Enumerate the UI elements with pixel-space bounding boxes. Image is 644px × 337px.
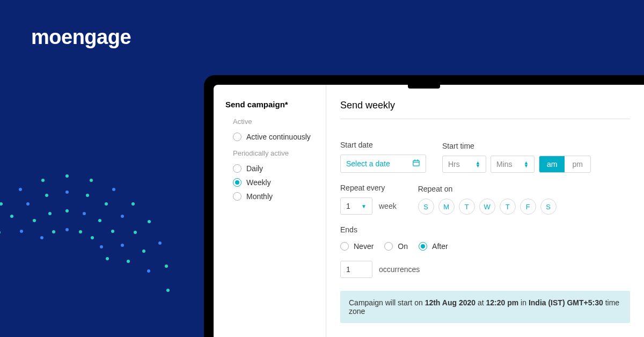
repeat-value: 1: [346, 202, 350, 210]
svg-point-32: [33, 219, 36, 222]
repeat-unit: week: [379, 202, 397, 210]
repeat-every-select[interactable]: 1 ▼: [340, 197, 372, 215]
svg-point-39: [52, 230, 55, 233]
ampm-toggle[interactable]: am pm: [539, 156, 591, 173]
radio-icon: [233, 164, 241, 173]
day-mon[interactable]: M: [438, 199, 455, 215]
svg-point-0: [65, 174, 69, 178]
occurrences-value: 1: [346, 265, 350, 274]
radio-icon: [419, 242, 427, 251]
radio-monthly[interactable]: Monthly: [225, 189, 316, 203]
occurrences-label: occurrences: [379, 265, 420, 274]
radio-icon: [233, 133, 241, 141]
svg-point-35: [79, 230, 82, 233]
start-time-label: Start time: [442, 142, 591, 150]
svg-point-28: [111, 230, 114, 233]
svg-point-25: [65, 209, 69, 213]
brand-logo: moengage: [31, 26, 131, 49]
summary-banner: Campaign will start on 12th Aug 2020 at …: [340, 291, 630, 323]
radio-icon: [340, 242, 349, 251]
svg-point-36: [91, 236, 94, 239]
svg-point-24: [0, 231, 1, 234]
svg-rect-41: [413, 160, 419, 166]
svg-point-2: [112, 188, 115, 191]
svg-point-29: [121, 244, 124, 247]
svg-point-1: [90, 179, 93, 182]
day-tue[interactable]: T: [459, 199, 475, 215]
svg-point-38: [106, 257, 109, 260]
minutes-spinner[interactable]: ▲▼: [524, 161, 529, 167]
ends-label: Ends: [340, 225, 630, 234]
svg-point-16: [105, 202, 108, 206]
svg-point-4: [148, 220, 151, 223]
svg-point-27: [98, 219, 101, 222]
am-option[interactable]: am: [539, 156, 565, 172]
day-sat[interactable]: S: [540, 199, 557, 215]
radio-label: Daily: [246, 164, 263, 173]
occurrences-input[interactable]: 1: [340, 261, 372, 278]
svg-point-30: [127, 260, 130, 263]
svg-point-26: [83, 212, 86, 215]
sidebar-title: Send campaign*: [225, 100, 316, 109]
chevron-down-icon: ▼: [361, 203, 367, 209]
start-date-label: Start date: [340, 141, 426, 149]
svg-point-21: [45, 194, 48, 197]
start-date-input[interactable]: Select a date: [340, 155, 426, 173]
radio-label: Monthly: [246, 192, 273, 201]
minutes-input[interactable]: Mins ▲▼: [491, 156, 535, 173]
svg-point-8: [41, 179, 45, 182]
radio-label: On: [398, 242, 408, 251]
day-picker: S M T W T F S: [418, 199, 557, 215]
svg-point-9: [19, 188, 22, 191]
svg-point-23: [10, 215, 13, 218]
repeat-on-label: Repeat on: [418, 185, 557, 193]
panel-title: Send weekly: [340, 100, 630, 119]
banner-date: 12th Aug 2020: [425, 298, 475, 307]
svg-point-5: [158, 241, 162, 245]
hours-spinner[interactable]: ▲▼: [475, 161, 480, 167]
day-wed[interactable]: W: [479, 199, 495, 215]
minutes-placeholder: Mins: [496, 160, 513, 169]
radio-ends-never[interactable]: Never: [340, 239, 374, 253]
radio-active-continuously[interactable]: Active continuously: [225, 130, 316, 144]
banner-text: in: [518, 298, 529, 307]
svg-point-18: [134, 231, 137, 234]
radio-icon: [384, 242, 393, 251]
radio-weekly[interactable]: Weekly: [225, 175, 316, 189]
radio-ends-after[interactable]: After: [419, 239, 448, 253]
svg-point-33: [20, 230, 23, 233]
svg-point-22: [26, 202, 30, 206]
hours-input[interactable]: Hrs ▲▼: [442, 156, 486, 173]
svg-point-7: [166, 289, 170, 292]
day-sun[interactable]: S: [418, 199, 434, 215]
svg-point-31: [48, 212, 52, 215]
svg-point-34: [65, 228, 69, 231]
radio-ends-on[interactable]: On: [384, 239, 408, 253]
radio-label: Weekly: [246, 178, 271, 187]
main-panel: Send weekly Start date Select a date Sta…: [326, 85, 644, 337]
radio-label: After: [432, 242, 448, 251]
banner-text: Campaign will start on: [349, 298, 425, 307]
repeat-every-label: Repeat every: [340, 184, 397, 192]
radio-label: Active continuously: [246, 133, 311, 141]
svg-point-6: [165, 265, 168, 268]
sidebar: Send campaign* Active Active continuousl…: [214, 85, 326, 337]
radio-label: Never: [354, 242, 374, 251]
day-thu[interactable]: T: [500, 199, 516, 215]
svg-point-14: [65, 191, 69, 194]
decoration-dots: [0, 160, 188, 337]
day-fri[interactable]: F: [520, 199, 536, 215]
hours-placeholder: Hrs: [448, 160, 460, 169]
device-notch: [408, 85, 440, 89]
svg-point-15: [86, 194, 89, 197]
svg-point-17: [121, 215, 124, 218]
radio-daily[interactable]: Daily: [225, 162, 316, 175]
app-screen: Send campaign* Active Active continuousl…: [214, 85, 644, 337]
svg-point-3: [131, 202, 135, 206]
svg-point-19: [142, 250, 145, 253]
svg-point-20: [147, 269, 150, 273]
banner-text: at: [475, 298, 486, 307]
pm-option[interactable]: pm: [565, 156, 590, 172]
svg-point-40: [40, 236, 43, 239]
radio-icon: [233, 178, 241, 187]
